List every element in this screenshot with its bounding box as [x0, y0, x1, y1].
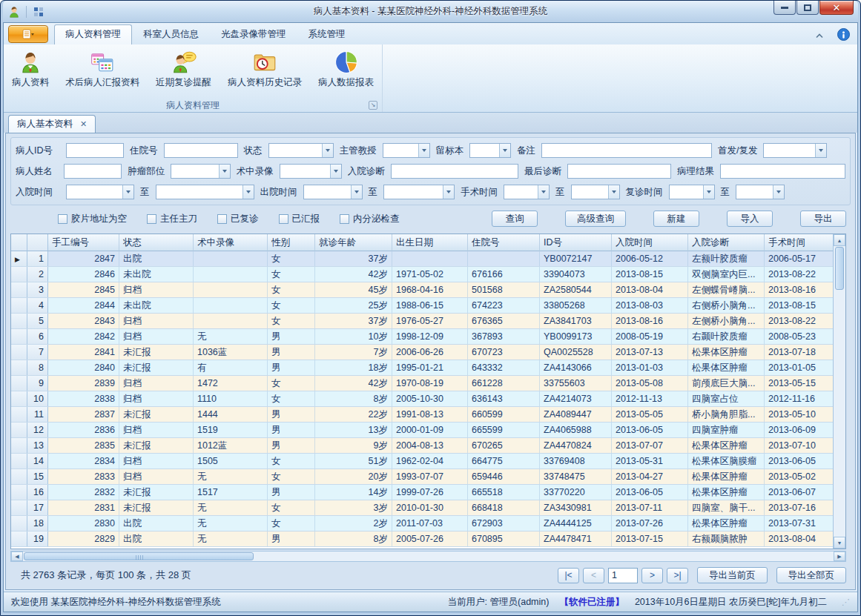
ribbon-tab-1[interactable]: 科室人员信息	[132, 24, 210, 44]
export-current-page-button[interactable]: 导出当前页	[697, 567, 768, 583]
checkbox-0[interactable]: 胶片地址为空	[58, 213, 127, 225]
chevron-down-icon[interactable]	[351, 185, 362, 199]
column-header-3[interactable]: 性别	[268, 234, 315, 251]
maximize-button[interactable]	[796, 1, 819, 15]
column-header-10[interactable]: 手术时间	[765, 234, 834, 251]
filter-input[interactable]	[391, 164, 518, 179]
filter-input[interactable]	[164, 143, 238, 158]
action-button-3[interactable]: 导入	[727, 211, 773, 227]
column-header-9[interactable]: 入院诊断	[688, 234, 765, 251]
table-row[interactable]: 92839归档1472女42岁1970-08-19661228337556032…	[11, 376, 834, 391]
scroll-left-icon[interactable]: ◀	[11, 552, 23, 561]
filter-combo[interactable]	[469, 143, 511, 158]
filter-combo[interactable]	[571, 185, 620, 199]
filter-input[interactable]	[720, 164, 845, 179]
filter-combo[interactable]	[763, 143, 827, 158]
action-button-0[interactable]: 查询	[492, 211, 538, 227]
action-button-4[interactable]: 导出	[800, 211, 846, 227]
filter-combo[interactable]	[736, 185, 785, 199]
table-row[interactable]: 182830出院无女2岁2011-07-03672903ZA4444125201…	[11, 516, 834, 531]
ribbon-button-3[interactable]: 病人资料历史记录	[222, 46, 307, 89]
filter-combo[interactable]	[383, 185, 455, 199]
action-button-1[interactable]: 高级查询	[565, 211, 626, 227]
ribbon-button-1[interactable]: 术后病人汇报资料	[60, 46, 145, 89]
table-row[interactable]: 132835未汇报1012蓝男9岁2004-08-13670265ZA44708…	[11, 438, 834, 454]
column-header-0[interactable]: 手工编号	[48, 234, 119, 251]
scroll-up-icon[interactable]: ▲	[834, 234, 845, 246]
table-row[interactable]: 142834归档1505女51岁1962-02-0466477533769408…	[11, 454, 834, 469]
table-row[interactable]: 152833归档无女20岁1993-07-0765944633748475201…	[11, 469, 834, 485]
checkbox-box[interactable]	[58, 214, 67, 224]
table-row[interactable]: 62842归档无男10岁1998-12-09367893YB0099173200…	[11, 329, 834, 345]
table-row[interactable]: 112837未汇报1444男22岁1991-08-13660599ZA40894…	[11, 407, 834, 423]
filter-input[interactable]	[66, 143, 124, 158]
checkbox-box[interactable]	[147, 214, 156, 224]
filter-combo[interactable]	[303, 185, 363, 199]
minimize-button[interactable]	[773, 1, 796, 15]
vertical-scroll-thumb[interactable]	[835, 247, 844, 290]
scroll-down-icon[interactable]: ▼	[834, 537, 845, 549]
ribbon-tab-3[interactable]: 系统管理	[297, 24, 357, 44]
filter-input[interactable]	[567, 164, 671, 179]
filter-combo[interactable]	[171, 164, 230, 179]
checkbox-box[interactable]	[217, 214, 227, 224]
table-row[interactable]: 82840未汇报有男18岁1995-01-21643332ZA414306620…	[11, 360, 834, 376]
table-row[interactable]: ▶12847出院女37岁YB00721472006-05-12左额叶胶质瘤200…	[11, 251, 834, 267]
chevron-down-icon[interactable]	[608, 185, 619, 199]
chevron-down-icon[interactable]	[815, 144, 826, 157]
chevron-down-icon[interactable]	[443, 185, 454, 199]
column-header-4[interactable]: 就诊年龄	[315, 234, 392, 251]
column-header-1[interactable]: 状态	[119, 234, 194, 251]
info-icon[interactable]	[837, 28, 850, 43]
vertical-scrollbar[interactable]: ▲ ▼	[833, 234, 845, 549]
filter-combo[interactable]	[268, 143, 334, 158]
chevron-down-icon[interactable]	[330, 165, 341, 178]
filter-combo[interactable]	[156, 185, 254, 199]
checkbox-1[interactable]: 主任主刀	[147, 213, 197, 225]
chevron-down-icon[interactable]	[773, 185, 784, 199]
tab-close-icon[interactable]: ✕	[80, 119, 87, 129]
chevron-down-icon[interactable]	[538, 185, 549, 199]
horizontal-scroll-thumb[interactable]	[24, 552, 254, 560]
table-row[interactable]: 52843归档女37岁1976-05-27676365ZA38417032013…	[11, 314, 834, 329]
chevron-down-icon[interactable]	[499, 144, 510, 157]
table-row[interactable]: 162832未汇报1517男14岁1999-07-266655183377022…	[11, 485, 834, 500]
table-row[interactable]: 172831未汇报无女3岁2010-01-30668418ZA343098120…	[11, 500, 834, 516]
chevron-down-icon[interactable]	[703, 185, 714, 199]
filter-input[interactable]	[64, 164, 122, 179]
action-button-2[interactable]: 新建	[653, 211, 699, 227]
close-button[interactable]: ✕	[819, 1, 854, 15]
table-row[interactable]: 122836归档1519男13岁2000-01-09665599ZA406598…	[11, 423, 834, 438]
table-row[interactable]: 22846未出院女42岁1971-05-02676166339040732013…	[11, 267, 834, 282]
horizontal-scrollbar[interactable]: ◀ ▶	[10, 551, 846, 562]
filter-combo[interactable]	[280, 164, 342, 179]
chevron-down-icon[interactable]	[322, 144, 333, 157]
column-header-8[interactable]: 入院时间	[612, 234, 688, 251]
software-registered-link[interactable]: 【软件已注册】	[559, 596, 624, 609]
column-header-5[interactable]: 出生日期	[392, 234, 468, 251]
table-row[interactable]: 192829出院无男8岁2005-07-26670895ZA4478471201…	[11, 531, 834, 547]
page-number-input[interactable]	[608, 568, 638, 583]
checkbox-3[interactable]: 已汇报	[279, 213, 320, 225]
next-page-button[interactable]: >	[641, 568, 663, 583]
chevron-down-icon[interactable]	[122, 185, 133, 199]
quick-access-icon[interactable]	[31, 4, 46, 19]
export-all-pages-button[interactable]: 导出全部页	[776, 567, 847, 583]
app-menu-button[interactable]	[8, 25, 48, 43]
column-header-2[interactable]: 术中录像	[194, 234, 268, 251]
last-page-button[interactable]: >|	[667, 568, 688, 583]
collapse-ribbon-icon[interactable]	[815, 30, 824, 41]
filter-combo[interactable]	[66, 185, 134, 199]
ribbon-tab-2[interactable]: 光盘录像带管理	[210, 24, 297, 44]
chevron-down-icon[interactable]	[243, 185, 254, 199]
ribbon-tab-0[interactable]: 病人资料管理	[54, 24, 132, 44]
table-row[interactable]: 42844未出院女25岁1988-06-15674223338052682013…	[11, 298, 834, 314]
filter-combo[interactable]	[383, 143, 430, 158]
dialog-launcher-icon[interactable]: ↘	[369, 101, 377, 110]
first-page-button[interactable]: |<	[558, 568, 579, 583]
chevron-down-icon[interactable]	[418, 144, 429, 157]
document-tab-patient-basic-info[interactable]: 病人基本资料 ✕	[8, 115, 96, 133]
table-row[interactable]: 72841未汇报1036蓝男7岁2006-06-26670723QA002552…	[11, 345, 834, 360]
filter-combo[interactable]	[504, 185, 550, 199]
chevron-down-icon[interactable]	[219, 165, 230, 178]
